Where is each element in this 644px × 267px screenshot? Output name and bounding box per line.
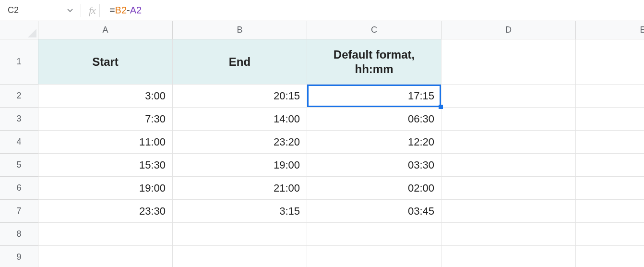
name-box-value: C2	[6, 5, 19, 15]
formula-ref2: A2	[130, 5, 142, 16]
cell-c8[interactable]	[307, 223, 441, 246]
cell-b6[interactable]: 21:00	[173, 177, 307, 200]
cell-a4[interactable]: 11:00	[38, 131, 173, 154]
cell-e9[interactable]	[576, 246, 644, 267]
divider	[81, 4, 81, 17]
formula-bar: C2 fx =B2-A2	[0, 0, 644, 21]
cell-b9[interactable]	[173, 246, 307, 267]
cell-c5[interactable]: 03:30	[307, 154, 441, 177]
cell-d5[interactable]	[441, 154, 576, 177]
cell-d3[interactable]	[441, 108, 576, 131]
cell-a2[interactable]: 3:00	[38, 85, 173, 108]
cell-b4[interactable]: 23:20	[173, 131, 307, 154]
formula-eq: =	[109, 5, 115, 16]
cell-d4[interactable]	[441, 131, 576, 154]
cell-a3[interactable]: 7:30	[38, 108, 173, 131]
cell-c1[interactable]: Default format, hh:mm	[307, 39, 441, 85]
cell-b1[interactable]: End	[173, 39, 307, 85]
cell-c7[interactable]: 03:45	[307, 200, 441, 223]
cell-e8[interactable]	[576, 223, 644, 246]
row-header-1[interactable]: 1	[0, 39, 38, 85]
cell-b3[interactable]: 14:00	[173, 108, 307, 131]
cell-d2[interactable]	[441, 85, 576, 108]
cell-e1[interactable]	[576, 39, 644, 85]
cell-d6[interactable]	[441, 177, 576, 200]
cell-a8[interactable]	[38, 223, 173, 246]
col-header-a[interactable]: A	[38, 21, 173, 39]
chevron-down-icon[interactable]	[67, 9, 73, 12]
cell-c2[interactable]: 17:15	[307, 85, 441, 108]
cell-d7[interactable]	[441, 200, 576, 223]
name-box[interactable]: C2	[6, 5, 77, 15]
cell-e6[interactable]	[576, 177, 644, 200]
col-header-d[interactable]: D	[441, 21, 576, 39]
cell-a1[interactable]: Start	[38, 39, 173, 85]
select-all-corner[interactable]	[0, 21, 38, 39]
row-header-4[interactable]: 4	[0, 131, 38, 154]
col-header-c[interactable]: C	[307, 21, 441, 39]
cell-e4[interactable]	[576, 131, 644, 154]
formula-ref1: B2	[115, 5, 127, 16]
cell-d8[interactable]	[441, 223, 576, 246]
spreadsheet-grid[interactable]: A B C D E 1 Start End Default format, hh…	[0, 21, 644, 267]
cell-e2[interactable]	[576, 85, 644, 108]
cell-b7[interactable]: 3:15	[173, 200, 307, 223]
cell-c3[interactable]: 06:30	[307, 108, 441, 131]
cell-b5[interactable]: 19:00	[173, 154, 307, 177]
row-header-8[interactable]: 8	[0, 223, 38, 246]
cell-e7[interactable]	[576, 200, 644, 223]
cell-a6[interactable]: 19:00	[38, 177, 173, 200]
formula-input[interactable]: =B2-A2	[109, 5, 142, 16]
col-header-b[interactable]: B	[173, 21, 307, 39]
cell-b2[interactable]: 20:15	[173, 85, 307, 108]
cell-d9[interactable]	[441, 246, 576, 267]
cell-c2-value: 17:15	[408, 90, 434, 102]
cell-c9[interactable]	[307, 246, 441, 267]
row-header-2[interactable]: 2	[0, 85, 38, 108]
cell-c4[interactable]: 12:20	[307, 131, 441, 154]
row-header-6[interactable]: 6	[0, 177, 38, 200]
cell-e5[interactable]	[576, 154, 644, 177]
row-header-7[interactable]: 7	[0, 200, 38, 223]
cell-c6[interactable]: 02:00	[307, 177, 441, 200]
cell-d1[interactable]	[441, 39, 576, 85]
divider	[99, 4, 100, 17]
col-header-e[interactable]: E	[576, 21, 644, 39]
row-header-5[interactable]: 5	[0, 154, 38, 177]
formula-op: -	[127, 5, 130, 16]
cell-b8[interactable]	[173, 223, 307, 246]
cell-a5[interactable]: 15:30	[38, 154, 173, 177]
cell-a7[interactable]: 23:30	[38, 200, 173, 223]
selection-handle[interactable]	[439, 105, 443, 109]
cell-a9[interactable]	[38, 246, 173, 267]
fx-icon: fx	[85, 4, 99, 17]
row-header-3[interactable]: 3	[0, 108, 38, 131]
row-header-9[interactable]: 9	[0, 246, 38, 267]
cell-e3[interactable]	[576, 108, 644, 131]
